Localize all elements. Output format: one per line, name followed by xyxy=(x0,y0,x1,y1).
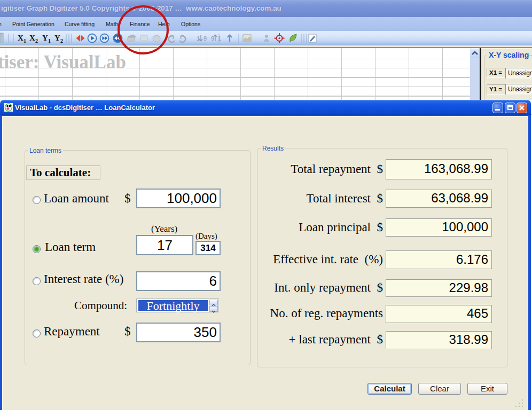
svg-text:X: X xyxy=(29,34,35,42)
svg-text:Y: Y xyxy=(42,34,48,42)
svg-text:1: 1 xyxy=(48,38,51,44)
svg-text:1: 1 xyxy=(218,35,221,42)
svg-text:1: 1 xyxy=(24,38,26,44)
svg-text:Y: Y xyxy=(54,34,60,42)
svg-text:2: 2 xyxy=(35,38,38,44)
svg-text:2: 2 xyxy=(60,38,63,44)
svg-text:9: 9 xyxy=(204,35,207,42)
svg-text:1: 1 xyxy=(197,35,200,42)
svg-text:X: X xyxy=(18,34,24,42)
